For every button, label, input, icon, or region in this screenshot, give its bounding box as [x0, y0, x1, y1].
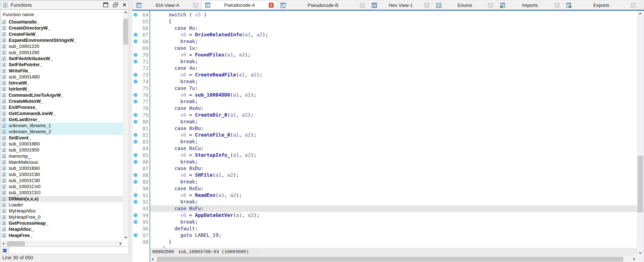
function-row[interactable]: fHeapAlloc_ [1, 226, 123, 232]
code-line[interactable]: case 4u: [150, 65, 637, 72]
maximize-icon[interactable] [103, 3, 108, 7]
function-row[interactable]: fsub_10001CE0 [1, 190, 123, 196]
code-line[interactable]: break; [150, 118, 637, 125]
scroll-left-icon[interactable] [150, 256, 156, 262]
scroll-down-icon[interactable] [123, 234, 128, 240]
function-row[interactable]: fDllMain(x,x,x) [1, 196, 123, 202]
code-line[interactable]: v6 = ReadEnv(a1, a2); [150, 192, 637, 199]
function-row[interactable]: fMyHeapAlloc [1, 208, 123, 214]
function-name-column-header[interactable]: Function name [3, 12, 34, 17]
vscroll-thumb[interactable] [638, 156, 643, 212]
function-list-hscrollbar[interactable] [1, 241, 123, 247]
code-line[interactable]: v6 = CreateFile_0(a1, a2); [150, 132, 637, 138]
scroll-left-icon[interactable] [1, 241, 7, 246]
tab-pseudocode-b[interactable]: Pseudocode-B× [276, 1, 368, 10]
code-line[interactable]: case 0xAu: [150, 105, 637, 112]
code-line[interactable]: break; [150, 198, 637, 205]
tab-exports[interactable]: Exports× [562, 1, 639, 10]
tab-close-icon[interactable]: × [554, 3, 560, 8]
function-filter-input[interactable] [9, 246, 129, 254]
code-line[interactable]: v6 = sub_10004DD0(a1, a2); [150, 92, 637, 98]
function-row[interactable]: fGetLastError_ [1, 117, 123, 123]
code-line[interactable]: break; [150, 78, 637, 85]
function-row[interactable]: fWriteFile_ [1, 68, 123, 74]
function-row[interactable]: fCreateDirectoryW_ [1, 25, 123, 31]
scroll-down-icon[interactable] [637, 250, 643, 255]
function-row[interactable]: fExitProcess_ [1, 104, 123, 110]
code-hscrollbar[interactable] [150, 256, 644, 262]
tab-close-icon[interactable]: × [631, 3, 636, 8]
function-row[interactable]: fMainMalicious [1, 159, 123, 165]
tab-close-icon[interactable]: × [488, 3, 493, 8]
tab-close-icon[interactable]: × [193, 3, 198, 8]
code-line[interactable]: case 0xCu: [150, 145, 637, 152]
function-row[interactable]: fSetFileAttributesW_ [1, 56, 123, 62]
function-row[interactable]: fLoader [1, 202, 123, 208]
code-line[interactable]: v6 = FoundFiles(a1, a2); [150, 52, 637, 58]
code-line[interactable]: switch ( v5 ) [150, 12, 637, 18]
tab-pseudocode-a[interactable]: Pseudocode-A× [201, 0, 276, 10]
function-row[interactable]: fsub_10001C80 [1, 171, 123, 177]
code-line[interactable]: v6 = CreateReadFile(a1, a2); [150, 72, 637, 78]
tab-ida-view-a[interactable]: IDA View-A× [132, 1, 201, 10]
code-line[interactable]: break; [150, 138, 637, 145]
code-vscrollbar[interactable] [637, 11, 643, 256]
close-icon[interactable]: × [123, 3, 126, 7]
hscroll-thumb[interactable] [157, 257, 623, 262]
tab-hex-view-1[interactable]: Hex View-1× [368, 1, 432, 10]
function-row[interactable]: funknown_libname_2 [1, 129, 123, 135]
code-line[interactable]: { [150, 18, 637, 25]
function-row[interactable]: fMyHeapFree_0 [1, 214, 123, 220]
scroll-right-icon[interactable] [117, 241, 123, 246]
scroll-up-icon[interactable] [637, 11, 643, 17]
code-line[interactable]: break; [150, 58, 637, 65]
tab-close-icon[interactable]: × [269, 3, 274, 8]
function-row[interactable]: fCloseHandle_ [1, 19, 123, 25]
scroll-right-icon[interactable] [631, 256, 636, 262]
code-line[interactable]: v6 = SHFile(a1, a2); [150, 172, 637, 178]
code-line[interactable]: case 0xDu: [150, 165, 637, 172]
function-row[interactable]: fsub_10001B60 [1, 165, 123, 171]
code-line[interactable]: v6 = StartupInfo_(a1, a2); [150, 152, 637, 159]
vscroll-thumb[interactable] [123, 19, 128, 45]
hscroll-thumb[interactable] [7, 241, 25, 246]
function-row[interactable]: fExpandEnvironmentStringsW_ [1, 37, 123, 43]
function-row[interactable]: fsub_10001CA0 [1, 184, 123, 190]
code-line[interactable]: break; [150, 159, 637, 165]
code-line[interactable]: } [150, 245, 637, 248]
function-list-vscrollbar[interactable] [123, 10, 128, 240]
function-row[interactable]: funknown_libname_1 [1, 123, 123, 129]
function-row[interactable]: fsub_10001900 [1, 147, 123, 153]
function-row[interactable]: fCreateFileW_ [1, 31, 123, 37]
code-line[interactable]: break; [150, 98, 637, 105]
pseudocode-view[interactable]: 6465666768697071727374757677787980818283… [132, 11, 644, 262]
code-line[interactable]: break; [150, 178, 637, 185]
float-window-icon[interactable] [113, 3, 118, 7]
code-line[interactable]: default: [150, 225, 637, 232]
code-line[interactable]: case 0u: [150, 25, 637, 32]
tab-close-icon[interactable]: × [360, 3, 365, 8]
tab-enums[interactable]: Enums× [432, 1, 496, 10]
tab-close-icon[interactable]: × [424, 3, 430, 8]
function-row[interactable]: fsub_10001220 [1, 43, 123, 49]
functions-title-bar[interactable]: f Functions × [1, 1, 129, 10]
code-line[interactable]: } [150, 239, 637, 245]
code-line[interactable]: case 7u: [150, 85, 637, 92]
code-line[interactable]: break; [150, 219, 637, 225]
code-line[interactable]: goto LABEL_19; [150, 232, 637, 239]
tab-imports[interactable]: Imports× [496, 1, 562, 10]
code-lines[interactable]: switch ( v5 ) { case 0u: v6 = DriveRelat… [150, 11, 637, 248]
function-row[interactable]: fsub_100014B0 [1, 74, 123, 80]
function-row[interactable]: flstrlenW_ [1, 86, 123, 92]
function-row[interactable]: fSetFilePointer_ [1, 62, 123, 68]
function-row[interactable]: fmemcmp_ [1, 153, 123, 159]
code-line[interactable]: case 0xFu: [150, 205, 637, 212]
function-row[interactable]: fCreateMutexW_ [1, 98, 123, 104]
code-line[interactable]: case 1u: [150, 45, 637, 52]
function-row[interactable]: fGetCommandLineW_ [1, 110, 123, 116]
function-row[interactable]: flstrcatW_ [1, 80, 123, 86]
function-row[interactable]: fsub_10001C90 [1, 177, 123, 184]
code-line[interactable]: case 0xBu: [150, 125, 637, 132]
function-row[interactable]: fSetEvent_ [1, 135, 123, 141]
code-line[interactable]: v6 = DriveRelatedInfo(a1, a2); [150, 32, 637, 38]
